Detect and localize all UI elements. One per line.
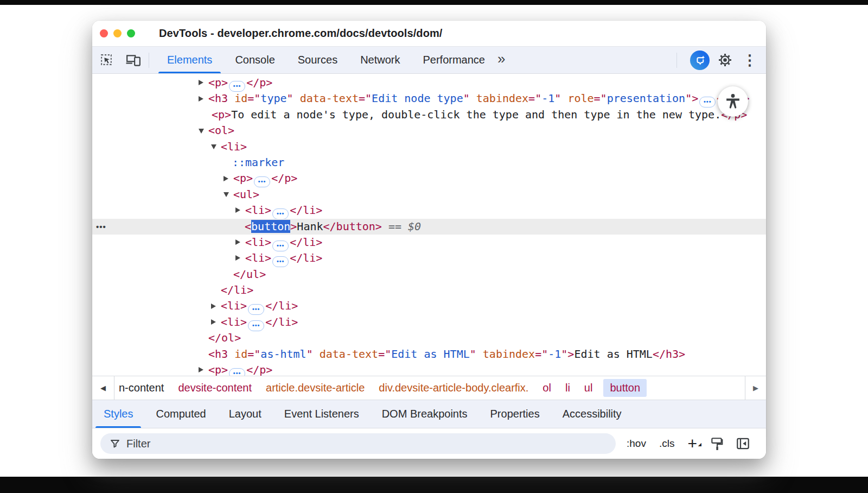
dom-row[interactable]: <li>•••</li>: [92, 314, 766, 330]
breadcrumb-item-ol[interactable]: ol: [542, 382, 551, 394]
sidebar-tab-accessibility[interactable]: Accessibility: [551, 400, 633, 428]
sidebar-tab-styles[interactable]: Styles: [92, 400, 144, 428]
breadcrumb-item-devsite-content[interactable]: devsite-content: [178, 382, 252, 394]
breadcrumb-scroll-left-button[interactable]: ◀: [92, 376, 114, 400]
dom-token-val: Edit node type: [372, 92, 463, 105]
dom-token-tag: ": [554, 92, 567, 105]
sidebar-tab-properties[interactable]: Properties: [479, 400, 551, 428]
dom-row[interactable]: <p>To edit a node's type, double-click t…: [92, 107, 766, 123]
dom-row[interactable]: ::marker: [92, 155, 766, 170]
inline-expand-ellipsis-icon[interactable]: •••: [248, 320, 264, 331]
inline-expand-ellipsis-icon[interactable]: •••: [699, 97, 716, 108]
dom-row[interactable]: <li>•••</li>: [92, 250, 766, 266]
breadcrumb-item-n-content[interactable]: n-content: [119, 382, 164, 394]
dom-row[interactable]: </ol>: [92, 330, 766, 346]
dom-row-selected[interactable]: •••<button>Hank</button> == $0: [92, 219, 766, 235]
expand-arrow-icon[interactable]: [211, 319, 216, 325]
expand-arrow-icon[interactable]: [224, 176, 228, 181]
maximize-button[interactable]: [127, 29, 135, 37]
dom-token-tag: =": [378, 347, 391, 361]
title-bar: DevTools - developer.chrome.com/docs/dev…: [92, 21, 766, 47]
element-classes-button[interactable]: .cls: [659, 438, 675, 450]
device-toolbar-icon[interactable]: [124, 50, 143, 70]
dom-token-text: Edit as HTML: [574, 347, 653, 361]
sidebar-tab-dom-breakpoints[interactable]: DOM Breakpoints: [371, 400, 479, 428]
collapse-arrow-icon[interactable]: [211, 144, 216, 149]
dom-row[interactable]: <li>•••</li>: [92, 298, 766, 314]
breadcrumb-scroll-right-button[interactable]: ▶: [745, 376, 766, 400]
toggle-sidebar-panel-icon[interactable]: [736, 437, 750, 450]
dom-token-tag: </ol>: [208, 331, 241, 344]
tab-network[interactable]: Network: [349, 47, 411, 73]
dom-row[interactable]: <p>•••</p>: [92, 170, 766, 186]
dom-token-tag: <li>: [221, 299, 247, 312]
dom-row[interactable]: <li>•••</li>: [92, 235, 766, 250]
inline-expand-ellipsis-icon[interactable]: •••: [272, 208, 289, 219]
inspect-element-icon[interactable]: [97, 50, 116, 70]
breadcrumb-item-li[interactable]: li: [565, 382, 570, 394]
dom-row[interactable]: <p>•••</p>: [92, 75, 766, 91]
tab-performance[interactable]: Performance: [412, 47, 497, 73]
collapse-arrow-icon[interactable]: [224, 192, 229, 197]
expand-arrow-icon[interactable]: [199, 80, 203, 85]
dom-token-tag: ": [287, 92, 300, 105]
inline-expand-ellipsis-icon[interactable]: •••: [254, 176, 270, 187]
tab-console[interactable]: Console: [224, 47, 286, 73]
sidebar-tab-layout[interactable]: Layout: [218, 400, 273, 428]
dom-token-tag: </li>: [290, 204, 322, 217]
ai-assistance-icon[interactable]: [690, 50, 710, 70]
breadcrumb-item-ul[interactable]: ul: [584, 382, 593, 394]
customize-devtools-icon[interactable]: ⋮: [740, 50, 760, 70]
dom-token-tag: <li>: [245, 236, 271, 249]
dom-row[interactable]: <li>: [92, 139, 766, 155]
more-tabs-icon[interactable]: »: [496, 50, 510, 69]
inline-expand-ellipsis-icon[interactable]: •••: [248, 304, 264, 315]
dom-token-tag: </li>: [290, 236, 322, 249]
inline-expand-ellipsis-icon[interactable]: •••: [272, 241, 289, 251]
sidebar-tab-computed[interactable]: Computed: [144, 400, 217, 428]
dom-token-val: presentation: [607, 92, 686, 105]
node-actions-icon[interactable]: •••: [96, 219, 106, 235]
settings-gear-icon[interactable]: [715, 50, 735, 70]
breadcrumb-item-button[interactable]: button: [603, 379, 647, 397]
inline-expand-ellipsis-icon[interactable]: •••: [229, 81, 245, 92]
tab-elements[interactable]: Elements: [156, 47, 224, 73]
dom-row[interactable]: <h3 id="type" data-text="Edit node type"…: [92, 91, 766, 106]
expand-arrow-icon[interactable]: [235, 239, 240, 245]
rendering-brush-icon[interactable]: [710, 437, 723, 451]
expand-arrow-icon[interactable]: [211, 304, 216, 309]
dom-token-tag: <p>: [233, 172, 253, 185]
styles-filter-input[interactable]: Filter: [100, 433, 616, 454]
new-style-rule-button[interactable]: +◢: [687, 438, 697, 449]
expand-arrow-icon[interactable]: [199, 96, 203, 102]
toolbar-right-divider: [676, 53, 677, 68]
dom-token-tag: =": [247, 347, 260, 361]
dom-row[interactable]: <ol>: [92, 123, 766, 138]
filter-funnel-icon: [110, 438, 120, 449]
dom-row[interactable]: </li>: [92, 282, 766, 298]
dom-token-dollar: $0: [408, 220, 421, 233]
elements-dom-tree[interactable]: <p>•••</p><h3 id="type" data-text="Edit …: [92, 74, 766, 376]
minimize-button[interactable]: [113, 29, 122, 37]
expand-arrow-icon[interactable]: [235, 207, 240, 213]
tab-sources[interactable]: Sources: [286, 47, 349, 73]
collapse-arrow-icon[interactable]: [199, 129, 204, 134]
close-button[interactable]: [100, 29, 108, 37]
inline-expand-ellipsis-icon[interactable]: •••: [272, 256, 289, 267]
dom-token-tag: <ul>: [233, 188, 259, 201]
dom-row[interactable]: </ul>: [92, 267, 766, 282]
dom-row[interactable]: <h3 id="as-html" data-text="Edit as HTML…: [92, 346, 766, 362]
top-letterbox-band: [0, 0, 868, 5]
dom-row[interactable]: <li>•••</li>: [92, 203, 766, 218]
expand-arrow-icon[interactable]: [199, 367, 203, 372]
dom-token-tag: ">: [561, 347, 574, 361]
toggle-element-state-button[interactable]: :hov: [627, 438, 646, 450]
dom-row[interactable]: <ul>: [92, 187, 766, 203]
dom-row[interactable]: <p>•••</p>: [92, 362, 766, 376]
toolbar-divider: [149, 53, 149, 68]
breadcrumb-item-article-devsite-article[interactable]: article.devsite-article: [266, 382, 365, 394]
sidebar-tab-event-listeners[interactable]: Event Listeners: [273, 400, 371, 428]
expand-arrow-icon[interactable]: [235, 255, 240, 261]
inline-expand-ellipsis-icon[interactable]: •••: [229, 368, 245, 376]
breadcrumb-item-div-devsite-article-body-clearfix-[interactable]: div.devsite-article-body.clearfix.: [379, 382, 528, 394]
